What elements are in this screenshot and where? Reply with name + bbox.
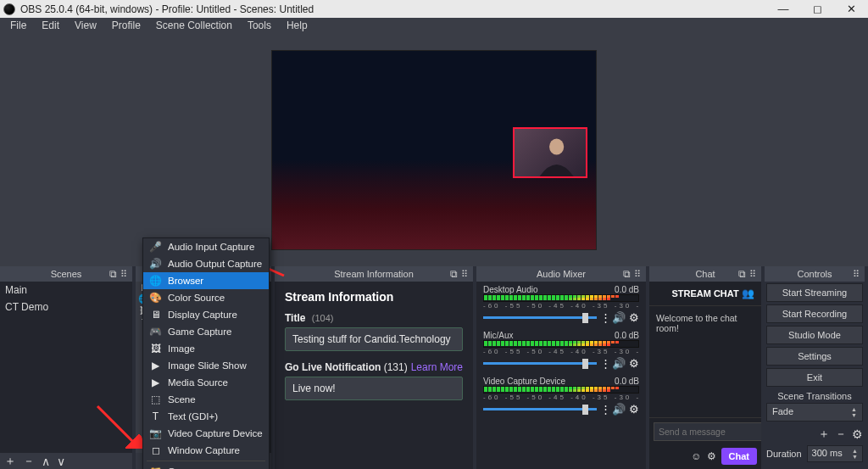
menu-view[interactable]: View bbox=[68, 18, 103, 33]
transition-select[interactable]: Fade ▲▼ bbox=[766, 403, 863, 422]
volume-slider[interactable] bbox=[483, 362, 597, 365]
menu-item-label: Window Capture bbox=[168, 445, 240, 455]
stream-chat-title: STREAM CHAT bbox=[671, 288, 738, 299]
chat-input[interactable] bbox=[654, 422, 761, 441]
duration-value: 300 ms bbox=[812, 448, 843, 460]
context-menu-item[interactable]: 🌐Browser bbox=[143, 272, 269, 289]
menu-edit[interactable]: Edit bbox=[35, 18, 66, 33]
gear-icon[interactable]: ⚙ bbox=[707, 450, 716, 462]
popout-icon[interactable]: ⧉ bbox=[450, 268, 458, 280]
context-menu-item[interactable]: 🖼Image bbox=[143, 340, 269, 357]
gear-icon[interactable]: ⚙ bbox=[629, 403, 639, 416]
gear-icon[interactable]: ⚙ bbox=[629, 357, 639, 370]
menu-item-icon: 🖥 bbox=[149, 309, 162, 321]
scene-transitions-label: Scene Transitions bbox=[766, 389, 863, 403]
bottom-dock: Scenes ⧉ ⠿ Main CT Demo ＋ － ∧ ∨ Sources … bbox=[0, 266, 868, 469]
drag-handle-icon[interactable]: ⠿ bbox=[461, 269, 470, 280]
add-source-context-menu[interactable]: 🎤Audio Input Capture🔊Audio Output Captur… bbox=[142, 237, 270, 469]
add-scene-button[interactable]: ＋ bbox=[4, 454, 16, 469]
menu-tools[interactable]: Tools bbox=[241, 18, 278, 33]
db-scale: -60 -55 -50 -45 -40 -35 -30 -25 -20 -15 … bbox=[483, 348, 639, 355]
scene-item[interactable]: Main bbox=[0, 282, 132, 299]
drag-handle-icon[interactable]: ⠿ bbox=[853, 269, 861, 280]
controls-header: Controls ⠿ bbox=[765, 266, 865, 282]
preview-canvas[interactable] bbox=[272, 51, 596, 249]
context-menu-item[interactable]: 🔊Audio Output Capture bbox=[143, 255, 269, 272]
stream-title-input[interactable]: Testing stuff for Candid.Technology bbox=[285, 327, 463, 351]
menu-item-label: Display Capture bbox=[168, 310, 237, 320]
scene-item[interactable]: CT Demo bbox=[0, 299, 132, 315]
menu-item-label: Image bbox=[168, 343, 195, 354]
context-menu-item[interactable]: ◻Window Capture bbox=[143, 442, 269, 459]
gear-icon[interactable]: ⚙ bbox=[629, 311, 639, 324]
drag-handle-icon[interactable]: ⠿ bbox=[749, 269, 758, 280]
db-scale: -60 -55 -50 -45 -40 -35 -30 -25 -20 -15 … bbox=[483, 394, 639, 401]
webcam-source-overlay[interactable] bbox=[513, 127, 587, 178]
speaker-icon[interactable]: 🔊 bbox=[612, 403, 626, 416]
move-down-icon[interactable]: ∨ bbox=[57, 455, 65, 468]
users-icon[interactable]: 👥 bbox=[742, 288, 754, 299]
more-icon[interactable]: ⋮ bbox=[600, 311, 609, 324]
menu-item-icon: T bbox=[149, 410, 162, 422]
close-button[interactable]: ✕ bbox=[834, 0, 868, 18]
menu-item-icon: ▶ bbox=[149, 377, 162, 388]
speaker-icon[interactable]: 🔊 bbox=[612, 311, 626, 324]
volume-slider[interactable] bbox=[483, 408, 597, 410]
context-menu-item[interactable]: ▶Media Source bbox=[143, 374, 269, 391]
mixer-source-name: Mic/Aux bbox=[483, 331, 514, 340]
popout-icon[interactable]: ⧉ bbox=[623, 268, 631, 280]
maximize-button[interactable]: ◻ bbox=[800, 0, 834, 18]
duration-input[interactable]: 300 ms ▲▼ bbox=[807, 445, 863, 462]
stream-info-heading: Stream Information bbox=[285, 290, 463, 304]
context-menu-item[interactable]: 📷Video Capture Device bbox=[143, 425, 269, 442]
exit-button[interactable]: Exit bbox=[766, 368, 863, 387]
volume-slider[interactable] bbox=[483, 316, 597, 319]
remove-transition-button[interactable]: － bbox=[835, 427, 847, 442]
preview-area bbox=[0, 33, 868, 266]
golive-input[interactable]: Live now! bbox=[285, 377, 463, 400]
menu-help[interactable]: Help bbox=[280, 18, 314, 33]
context-menu-item[interactable]: 🖥Display Capture bbox=[143, 306, 269, 323]
transition-value: Fade bbox=[772, 406, 793, 418]
speaker-icon[interactable]: 🔊 bbox=[612, 357, 626, 370]
menu-item-label: Media Source bbox=[168, 377, 228, 388]
remove-scene-button[interactable]: － bbox=[23, 454, 35, 469]
smile-icon[interactable]: ☺ bbox=[691, 450, 701, 462]
minimize-button[interactable]: — bbox=[766, 0, 800, 18]
context-menu-item[interactable]: 🎤Audio Input Capture bbox=[143, 238, 269, 255]
audio-meter bbox=[483, 386, 639, 394]
drag-handle-icon[interactable]: ⠿ bbox=[120, 269, 129, 280]
context-menu-item[interactable]: ▶Image Slide Show bbox=[143, 357, 269, 374]
start-recording-button[interactable]: Start Recording bbox=[766, 304, 863, 323]
popout-icon[interactable]: ⧉ bbox=[109, 268, 117, 280]
context-menu-item[interactable]: 📁Group bbox=[143, 463, 269, 469]
move-up-icon[interactable]: ∧ bbox=[42, 455, 50, 468]
context-menu-item[interactable]: 🎨Color Source bbox=[143, 289, 269, 306]
context-menu-item[interactable]: ⬚Scene bbox=[143, 391, 269, 408]
scenes-list[interactable]: Main CT Demo bbox=[0, 282, 132, 453]
transition-settings-button[interactable]: ⚙ bbox=[852, 427, 863, 441]
mixer-body: Desktop Audio0.0 dB-60 -55 -50 -45 -40 -… bbox=[476, 282, 646, 469]
chat-send-button[interactable]: Chat bbox=[721, 448, 757, 465]
menu-scene-collection[interactable]: Scene Collection bbox=[149, 18, 239, 33]
context-menu-item[interactable]: TText (GDI+) bbox=[143, 408, 269, 425]
golive-label-text: Go Live Notification bbox=[285, 361, 381, 373]
more-icon[interactable]: ⋮ bbox=[600, 403, 609, 416]
mixer-db: 0.0 dB bbox=[615, 285, 639, 294]
menu-file[interactable]: File bbox=[3, 18, 33, 33]
context-menu-item[interactable]: 🎮Game Capture bbox=[143, 323, 269, 340]
studio-mode-button[interactable]: Studio Mode bbox=[766, 326, 863, 344]
add-transition-button[interactable]: ＋ bbox=[818, 427, 830, 442]
settings-button[interactable]: Settings bbox=[766, 347, 863, 366]
start-streaming-button[interactable]: Start Streaming bbox=[766, 283, 863, 302]
chat-header: Chat ⧉ ⠿ bbox=[649, 266, 761, 282]
menu-item-icon: 🎨 bbox=[149, 292, 162, 304]
controls-panel: Controls ⠿ Start Streaming Start Recordi… bbox=[765, 266, 865, 469]
learn-more-link[interactable]: Learn More bbox=[411, 361, 463, 373]
more-icon[interactable]: ⋮ bbox=[600, 357, 609, 370]
popout-icon[interactable]: ⧉ bbox=[738, 268, 746, 280]
menu-profile[interactable]: Profile bbox=[105, 18, 147, 33]
menu-item-icon: ⬚ bbox=[149, 394, 162, 405]
obs-logo-icon bbox=[3, 3, 15, 15]
drag-handle-icon[interactable]: ⠿ bbox=[634, 269, 643, 280]
